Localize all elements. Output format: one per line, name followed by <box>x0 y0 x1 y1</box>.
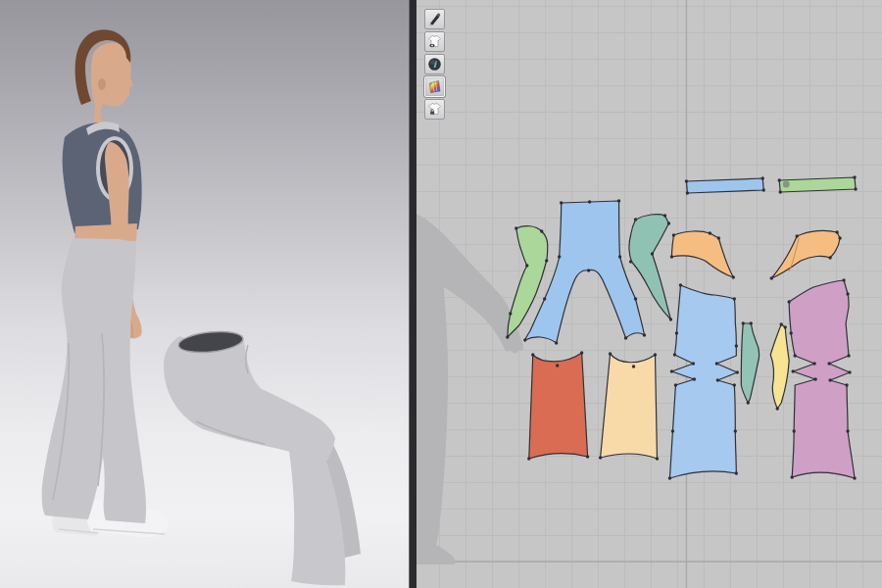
piece-waistband-back[interactable] <box>779 177 856 192</box>
avatar-standing <box>42 29 169 537</box>
fabric-swatch-icon <box>427 79 442 94</box>
lock-patterns-button[interactable] <box>424 99 445 120</box>
garment-design-app: i <box>0 0 882 588</box>
pen-tool-icon <box>427 12 442 26</box>
piece-gusset-yellow[interactable] <box>770 324 789 409</box>
piece-front-leg-left[interactable] <box>669 285 737 478</box>
show-garment-button[interactable] <box>424 31 445 52</box>
piece-front-leg-right[interactable] <box>789 280 855 478</box>
draped-pants-garment[interactable] <box>164 329 361 586</box>
shirt-lock-icon <box>427 102 442 117</box>
avatar-display-button[interactable]: i <box>424 54 445 74</box>
avatar-ghost-silhouette <box>416 214 523 564</box>
grain-marker-dot <box>783 181 790 188</box>
avatar-pants <box>42 238 146 523</box>
pattern-canvas <box>416 0 882 588</box>
avatar-ear <box>98 78 106 90</box>
piece-gusset-teal[interactable] <box>741 323 759 403</box>
piece-cuff-right[interactable] <box>601 354 658 459</box>
piece-yoke-right[interactable] <box>771 230 840 278</box>
piece-yoke-left[interactable] <box>671 231 733 277</box>
panel-divider[interactable] <box>409 0 416 588</box>
pattern-window-toolbar: i <box>424 9 445 120</box>
3d-scene <box>0 0 409 588</box>
pattern-pieces[interactable] <box>508 177 856 478</box>
shirt-eye-icon <box>427 34 442 49</box>
draped-hip-thigh <box>164 335 335 461</box>
2d-pattern-window[interactable]: i <box>416 0 882 588</box>
3d-viewport[interactable] <box>0 0 409 588</box>
pen-tool-button[interactable] <box>424 9 445 29</box>
info-sphere-icon: i <box>427 57 442 72</box>
textured-surface-button[interactable] <box>424 76 445 97</box>
piece-waistband-front[interactable] <box>686 178 763 193</box>
piece-cuff-left[interactable] <box>529 353 588 459</box>
